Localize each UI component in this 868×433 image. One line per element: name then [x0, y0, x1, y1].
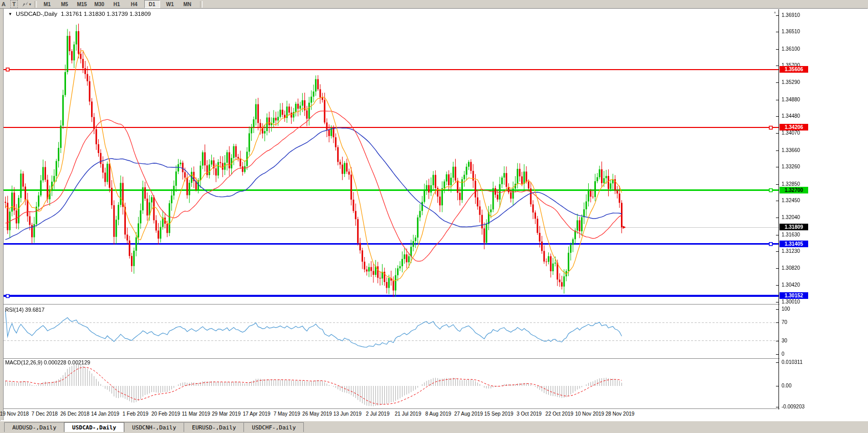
chart-title: ▼ USDCAD-,Daily 1.31761 1.31830 1.31739 … — [8, 11, 151, 17]
scroll-indicator-icon[interactable]: ▴ — [774, 10, 776, 14]
date-axis-label: 17 Apr 2019 — [243, 411, 271, 417]
price-axis-label: 1.33660 — [782, 147, 800, 153]
chevron-down-icon: ▾ — [29, 2, 31, 7]
date-axis-label: 28 Nov 2019 — [606, 411, 635, 417]
date-axis-label: 27 Aug 2019 — [454, 411, 483, 417]
collapse-triangle-icon[interactable]: ▼ — [8, 12, 12, 16]
timeframe-button-mn[interactable]: MN — [180, 1, 195, 8]
date-axis-label: 7 May 2019 — [274, 411, 300, 417]
price-axis-label: 1.32850 — [782, 181, 800, 187]
price-level-badge: 1.31405 — [780, 241, 808, 247]
chart-tab-audusd[interactable]: AUDUSD-,Daily — [4, 422, 64, 432]
price-axis-label: 1.30010 — [782, 299, 800, 305]
timeframe-button-h4[interactable]: H4 — [127, 1, 142, 8]
price-axis-label: 1.36510 — [782, 29, 800, 34]
chart-tab-usdchf[interactable]: USDCHF-,Daily — [243, 422, 304, 432]
price-axis-label: 1.34070 — [782, 130, 800, 136]
chart-tab-usdcad[interactable]: USDCAD-,Daily — [64, 422, 124, 432]
text-tool-icon[interactable]: T — [10, 0, 18, 8]
timeframe-button-h1[interactable]: H1 — [109, 1, 124, 8]
toolbar-separator — [34, 1, 37, 8]
date-axis-label: 26 May 2019 — [302, 411, 332, 417]
price-axis-label: 1.33260 — [782, 164, 800, 169]
macd-axis-label: 0.010311 — [782, 359, 803, 365]
price-axis-label: 1.34880 — [782, 97, 800, 102]
price-level-badge: 1.31809 — [780, 224, 808, 230]
rsi-indicator-label: RSI(14) 39.6817 — [5, 307, 44, 313]
chart-tab-bar: AUDUSD-,DailyUSDCAD-,DailyUSDCNH-,DailyE… — [0, 421, 868, 433]
rsi-axis-label: 30 — [782, 338, 787, 343]
price-axis-label: 1.31630 — [782, 232, 800, 237]
timeframe-button-w1[interactable]: W1 — [163, 1, 177, 8]
price-level-badge: 1.34206 — [780, 124, 808, 131]
toolbar-separator — [200, 1, 203, 8]
timeframe-button-m1[interactable]: M1 — [40, 1, 55, 8]
timeframe-button-m30[interactable]: M30 — [92, 1, 107, 8]
colors-tool-button[interactable]: ▾ — [22, 1, 31, 7]
date-axis-label: 14 Jan 2019 — [91, 411, 119, 417]
date-axis-label: 13 Jun 2019 — [333, 411, 362, 417]
timeframe-button-group: M1M5M15M30H1H4D1W1MN — [40, 0, 195, 8]
timeframe-button-m5[interactable]: M5 — [57, 1, 72, 8]
application-window: A T ▾ M1M5M15M30H1H4D1W1MN ▼ USDCAD-,Dai… — [0, 0, 868, 433]
toolbar: A T ▾ M1M5M15M30H1H4D1W1MN — [0, 0, 868, 8]
price-level-badge: 1.32700 — [780, 187, 808, 193]
date-axis-label: 15 Sep 2019 — [484, 411, 514, 417]
date-axis-label: 7 Dec 2018 — [32, 411, 58, 417]
arrow-tool-icon[interactable]: A — [0, 1, 7, 8]
colors-icon — [22, 1, 29, 7]
date-axis-label: 29 Mar 2019 — [212, 411, 240, 417]
chart-symbol-label: USDCAD-,Daily — [16, 11, 57, 17]
price-axis-label: 1.31230 — [782, 248, 800, 254]
date-axis-label: 22 Oct 2019 — [545, 411, 573, 417]
price-chart-canvas[interactable] — [4, 9, 780, 409]
price-level-badge: 1.30152 — [780, 292, 808, 299]
date-axis-label: 19 Nov 2018 — [0, 411, 29, 417]
macd-indicator-label: MACD(12,26,9) 0.000228 0.002129 — [5, 359, 90, 365]
date-axis-label: 21 Jul 2019 — [395, 411, 421, 417]
date-axis-label: 26 Dec 2018 — [60, 411, 90, 417]
chart-tab-usdcnh[interactable]: USDCNH-,Daily — [124, 422, 184, 432]
price-axis-label: 1.30420 — [782, 282, 800, 288]
timeframe-button-m15[interactable]: M15 — [75, 1, 90, 8]
timeframe-button-d1[interactable]: D1 — [144, 0, 160, 8]
price-axis-label: 1.36910 — [782, 12, 800, 18]
rsi-axis-label: 70 — [782, 319, 787, 325]
date-axis-label: 1 Feb 2019 — [122, 411, 148, 417]
date-axis-label: 3 Oct 2019 — [517, 411, 542, 417]
rsi-axis-label: 0 — [782, 351, 785, 357]
price-axis-label: 1.30820 — [782, 265, 800, 271]
date-axis-label: 8 Aug 2019 — [425, 411, 451, 417]
price-axis-label: 1.34480 — [782, 113, 800, 119]
price-level-badge: 1.35606 — [780, 66, 808, 73]
price-axis-label: 1.32040 — [782, 214, 800, 220]
date-axis-label: 20 Feb 2019 — [151, 411, 180, 417]
rsi-axis-label: 100 — [782, 306, 790, 312]
chart-ohlc-values: 1.31761 1.31830 1.31739 1.31809 — [61, 11, 151, 17]
window-resize-edge[interactable] — [0, 9, 4, 420]
macd-axis-label: -0.009203 — [782, 404, 805, 409]
price-axis-label: 1.35290 — [782, 79, 800, 85]
price-axis-label: 1.32450 — [782, 198, 800, 203]
date-axis-label: 10 Nov 2019 — [575, 411, 604, 417]
price-axis-label: 1.36100 — [782, 46, 800, 52]
macd-axis-label: 0.00 — [782, 383, 791, 388]
chart-tab-eurusd[interactable]: EURUSD-,Daily — [184, 422, 244, 432]
date-axis-label: 2 Jul 2019 — [366, 411, 389, 417]
date-axis-label: 11 Mar 2019 — [182, 411, 210, 417]
